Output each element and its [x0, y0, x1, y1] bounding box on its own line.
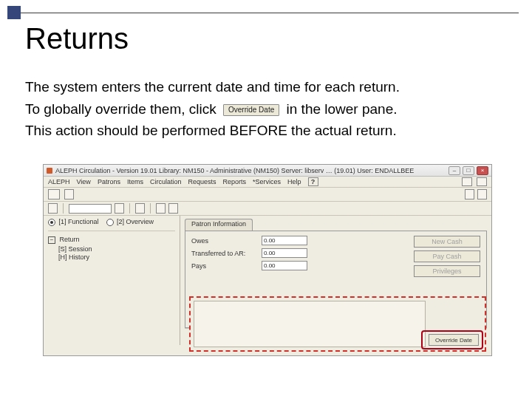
window-minimize-button[interactable]: –: [449, 166, 460, 175]
window-maximize-button[interactable]: □: [463, 166, 474, 175]
toolbar-icon[interactable]: [477, 177, 487, 186]
toolbar-icon[interactable]: [477, 189, 487, 200]
window-title: ALEPH Circulation - Version 19.01 Librar…: [55, 167, 449, 174]
toolbar-icon[interactable]: [135, 203, 145, 214]
override-date-inline-button: Override Date: [223, 104, 279, 116]
window-close-button[interactable]: ×: [477, 166, 488, 175]
toolbar-icon[interactable]: [462, 177, 472, 186]
menu-circulation[interactable]: Circulation: [150, 178, 182, 185]
barcode-input[interactable]: [69, 204, 112, 214]
radio-overview-label: [2] Overview: [117, 218, 154, 225]
pays-value: 0.00: [262, 261, 307, 270]
toolbar-row-1: [44, 188, 491, 202]
menu-bar: ALEPH View Patrons Items Circulation Req…: [44, 177, 491, 188]
toolbar-icon[interactable]: [48, 203, 58, 214]
transferred-value: 0.00: [262, 248, 307, 258]
slide-body: The system enters the current date and t…: [25, 77, 511, 143]
privileges-button[interactable]: Privileges: [414, 265, 480, 277]
menu-services[interactable]: *Services: [253, 178, 281, 185]
tree-item-session[interactable]: [S] Session: [58, 245, 175, 253]
override-date-button[interactable]: Override Date: [429, 334, 479, 346]
owes-value: 0.00: [262, 236, 307, 245]
window-titlebar: ALEPH Circulation - Version 19.01 Librar…: [44, 165, 491, 177]
toolbar-icon[interactable]: [465, 189, 474, 200]
toolbar-icon[interactable]: [115, 203, 124, 214]
body-line-3: This action should be performed BEFORE t…: [25, 120, 511, 141]
aleph-screenshot: ALEPH Circulation - Version 19.01 Librar…: [43, 164, 492, 356]
new-cash-button[interactable]: New Cash: [414, 236, 480, 248]
owes-label: Owes: [191, 237, 262, 245]
body-line-2a: To globally override them, click: [25, 101, 220, 117]
toolbar-icon[interactable]: [168, 203, 178, 214]
tree-item-history[interactable]: [H] History: [58, 253, 175, 261]
menu-help[interactable]: Help: [287, 178, 301, 185]
menu-items[interactable]: Items: [127, 178, 143, 185]
slide-divider: [21, 13, 519, 13]
slide-title: Returns: [25, 22, 129, 55]
body-line-1: The system enters the current date and t…: [25, 77, 511, 98]
toolbar-divider: [129, 203, 130, 214]
lower-pane-highlight: Override Date: [189, 296, 486, 352]
toolbar-divider: [63, 203, 64, 214]
body-line-2b: in the lower pane.: [287, 101, 398, 117]
app-icon: [47, 168, 52, 174]
tree-toggle[interactable]: −: [48, 236, 55, 244]
radio-functional[interactable]: [48, 219, 55, 226]
slide-corner-decoration: [7, 6, 21, 19]
pays-label: Pays: [191, 262, 262, 270]
toolbar-icon[interactable]: [156, 203, 166, 214]
body-line-2: To globally override them, click Overrid…: [25, 99, 511, 120]
transferred-label: Transferred to AR:: [191, 250, 262, 257]
menu-reports[interactable]: Reports: [222, 178, 246, 185]
tab-patron-information[interactable]: Patron Information: [185, 219, 253, 231]
help-icon[interactable]: ?: [308, 177, 318, 186]
toolbar-icon[interactable]: [64, 189, 74, 200]
toolbar-divider: [150, 203, 151, 214]
menu-patrons[interactable]: Patrons: [98, 178, 120, 185]
navigation-pane: [1] Functional [2] Overview − Return [S]…: [44, 216, 180, 345]
pay-cash-button[interactable]: Pay Cash: [414, 250, 480, 262]
lower-pane-content: [194, 301, 426, 347]
radio-functional-label: [1] Functional: [59, 218, 99, 225]
toolbar-row-2: [44, 202, 491, 216]
tree-root-return[interactable]: Return: [60, 236, 80, 243]
menu-aleph[interactable]: ALEPH: [48, 178, 70, 185]
toolbar-icon[interactable]: [48, 189, 60, 200]
menu-view[interactable]: View: [77, 178, 91, 185]
menu-requests[interactable]: Requests: [188, 178, 216, 185]
radio-overview[interactable]: [106, 219, 114, 226]
nav-tree: − Return [S] Session [H] History: [48, 231, 175, 261]
